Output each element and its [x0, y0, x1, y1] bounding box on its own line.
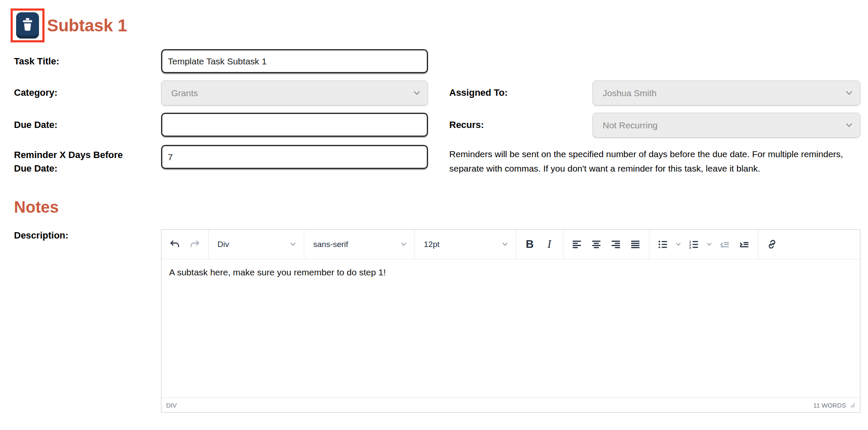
block-format-select[interactable]: Div	[212, 235, 300, 254]
delete-subtask-button[interactable]	[16, 12, 39, 39]
font-size-value: 12pt	[424, 240, 440, 249]
align-justify-icon	[630, 239, 641, 250]
align-left-button[interactable]	[567, 235, 587, 254]
align-center-button[interactable]	[587, 235, 606, 254]
category-label: Category:	[14, 80, 161, 100]
font-size-select[interactable]: 12pt	[419, 235, 512, 254]
font-family-group: sans-serif	[304, 230, 415, 259]
category-value: Grants	[171, 88, 198, 98]
reminder-input[interactable]	[161, 145, 428, 169]
link-icon	[766, 239, 778, 250]
page-title: Subtask 1	[47, 16, 127, 35]
align-justify-button[interactable]	[626, 235, 645, 254]
editor-content[interactable]: A subtask here, make sure you remember t…	[161, 259, 860, 397]
text-style-group: B I	[516, 230, 563, 259]
outdent-button[interactable]	[715, 235, 734, 254]
align-center-icon	[591, 239, 602, 250]
description-row: Description:	[14, 229, 860, 413]
subtask-header: Subtask 1	[11, 8, 860, 42]
numbered-list-menu-button[interactable]	[704, 235, 715, 254]
subtask-form-page: Subtask 1 Task Title: Category: Grants A…	[0, 0, 868, 423]
due-date-input[interactable]	[161, 113, 428, 137]
bullet-list-menu-button[interactable]	[673, 235, 684, 254]
insert-link-button[interactable]	[762, 235, 782, 254]
element-path[interactable]: DIV	[166, 402, 177, 409]
link-group	[758, 230, 785, 259]
undo-icon	[170, 239, 181, 250]
font-size-group: 12pt	[415, 230, 516, 259]
assigned-to-value: Joshua Smith	[603, 88, 657, 98]
align-right-button[interactable]	[606, 235, 626, 254]
trash-icon	[20, 17, 35, 32]
history-group	[161, 230, 209, 259]
chevron-down-icon	[845, 121, 853, 129]
reminder-label: Reminder X Days Before Due Date:	[14, 145, 129, 175]
redo-button[interactable]	[185, 235, 204, 254]
chevron-down-icon	[501, 241, 509, 248]
recurs-value: Not Recurring	[603, 120, 658, 130]
numbered-list-button[interactable]: 123	[684, 235, 704, 254]
resize-handle-icon[interactable]	[849, 402, 855, 408]
bold-icon: B	[526, 238, 534, 251]
indent-button[interactable]	[734, 235, 754, 254]
chevron-down-icon	[413, 89, 421, 97]
assigned-to-select[interactable]: Joshua Smith	[593, 80, 860, 105]
reminder-help-text: Reminders will be sent on the specified …	[449, 145, 860, 176]
chevron-down-icon	[845, 89, 853, 97]
block-format-value: Div	[217, 240, 229, 249]
bullet-list-button[interactable]	[653, 235, 673, 254]
chevron-down-icon	[289, 241, 297, 248]
alignment-group	[563, 230, 649, 259]
description-label: Description:	[14, 229, 161, 241]
italic-button[interactable]: I	[540, 235, 559, 254]
assigned-to-label: Assigned To:	[449, 80, 593, 100]
block-format-group: Div	[209, 230, 304, 259]
chevron-down-icon	[706, 241, 712, 247]
undo-button[interactable]	[165, 235, 185, 254]
align-right-icon	[610, 239, 621, 250]
chevron-down-icon	[675, 241, 682, 247]
redo-icon	[189, 239, 200, 250]
rich-text-editor: Div sans-serif	[161, 229, 860, 413]
recurs-select[interactable]: Not Recurring	[593, 113, 860, 138]
category-select[interactable]: Grants	[161, 80, 428, 105]
bullet-list-icon	[657, 239, 668, 250]
recurs-label: Recurs:	[449, 113, 593, 132]
task-title-label: Task Title:	[14, 49, 161, 68]
bold-button[interactable]: B	[520, 235, 540, 254]
svg-text:3: 3	[689, 246, 691, 250]
subtask-form: Task Title: Category: Grants Assigned To…	[14, 49, 860, 176]
list-indent-group: 123	[649, 230, 758, 259]
font-family-select[interactable]: sans-serif	[308, 235, 411, 254]
editor-toolbar: Div sans-serif	[161, 230, 860, 259]
editor-statusbar: DIV 11 WORDS	[161, 397, 860, 412]
font-family-value: sans-serif	[313, 240, 348, 249]
chevron-down-icon	[400, 241, 407, 248]
italic-icon: I	[548, 238, 551, 251]
align-left-icon	[571, 239, 582, 250]
numbered-list-icon: 123	[688, 239, 699, 250]
indent-icon	[739, 239, 750, 250]
word-count[interactable]: 11 WORDS	[813, 402, 846, 409]
outdent-icon	[719, 239, 730, 250]
task-title-input[interactable]	[161, 49, 428, 73]
highlight-outline	[11, 8, 45, 42]
notes-heading: Notes	[14, 199, 860, 216]
due-date-label: Due Date:	[14, 113, 161, 132]
